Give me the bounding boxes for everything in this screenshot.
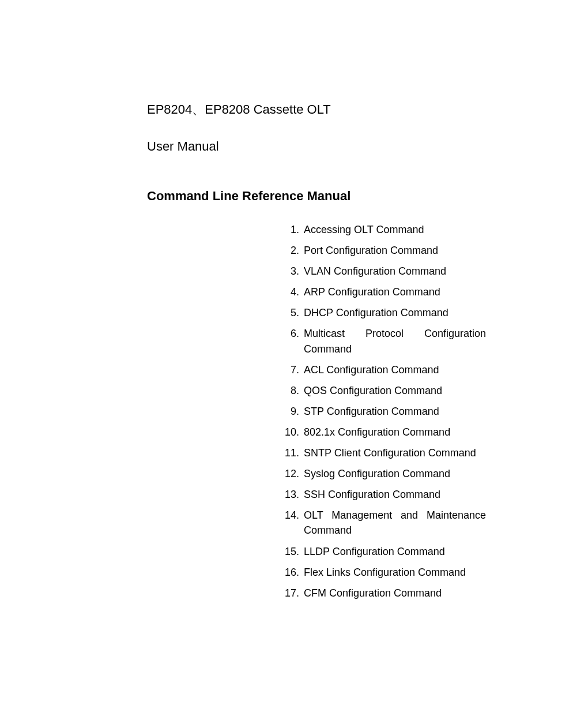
section-heading: Command Line Reference Manual <box>147 189 490 204</box>
toc-number: 12. <box>284 466 304 481</box>
toc-number: 17. <box>284 586 304 601</box>
document-title-line-2: User Manual <box>147 139 490 154</box>
toc-text: LLDP Configuration Command <box>304 544 445 559</box>
toc-number: 3. <box>284 264 304 279</box>
toc-number: 6. <box>284 326 304 356</box>
toc-item: 10. 802.1x Configuration Command <box>284 425 486 440</box>
toc-text: Syslog Configuration Command <box>304 466 450 481</box>
toc-number: 1. <box>284 222 304 237</box>
toc-number: 14. <box>284 508 304 538</box>
toc-text: Multicast Protocol Configuration Command <box>304 326 486 356</box>
toc-text: Accessing OLT Command <box>304 222 424 237</box>
toc-number: 10. <box>284 425 304 440</box>
document-title-line-1: EP8204、EP8208 Cassette OLT <box>147 101 490 118</box>
toc-text: OLT Management and Maintenance Command <box>304 508 486 538</box>
toc-item: 7. ACL Configuration Command <box>284 362 486 377</box>
toc-text: Port Configuration Command <box>304 243 438 258</box>
toc-item: 15. LLDP Configuration Command <box>284 544 486 559</box>
table-of-contents: 1. Accessing OLT Command 2. Port Configu… <box>284 222 486 601</box>
toc-text: QOS Configuration Command <box>304 383 442 398</box>
toc-text: SNTP Client Configuration Command <box>304 445 476 460</box>
toc-number: 5. <box>284 305 304 320</box>
toc-number: 13. <box>284 487 304 502</box>
toc-text: Flex Links Configuration Command <box>304 565 466 580</box>
toc-item: 17. CFM Configuration Command <box>284 586 486 601</box>
toc-item: 1. Accessing OLT Command <box>284 222 486 237</box>
toc-number: 7. <box>284 362 304 377</box>
toc-number: 4. <box>284 284 304 299</box>
toc-item: 12. Syslog Configuration Command <box>284 466 486 481</box>
toc-item: 16. Flex Links Configuration Command <box>284 565 486 580</box>
toc-text: 802.1x Configuration Command <box>304 425 450 440</box>
toc-item: 9. STP Configuration Command <box>284 404 486 419</box>
toc-item: 4. ARP Configuration Command <box>284 284 486 299</box>
toc-text: DHCP Configuration Command <box>304 305 448 320</box>
toc-text: ARP Configuration Command <box>304 284 440 299</box>
toc-text: STP Configuration Command <box>304 404 439 419</box>
toc-text: CFM Configuration Command <box>304 586 442 601</box>
toc-number: 8. <box>284 383 304 398</box>
toc-text: SSH Configuration Command <box>304 487 440 502</box>
toc-item: 14. OLT Management and Maintenance Comma… <box>284 508 486 538</box>
toc-item: 11. SNTP Client Configuration Command <box>284 445 486 460</box>
toc-number: 2. <box>284 243 304 258</box>
toc-item: 6. Multicast Protocol Configuration Comm… <box>284 326 486 356</box>
toc-number: 15. <box>284 544 304 559</box>
toc-text: ACL Configuration Command <box>304 362 439 377</box>
toc-number: 16. <box>284 565 304 580</box>
toc-item: 5. DHCP Configuration Command <box>284 305 486 320</box>
toc-number: 11. <box>284 445 304 460</box>
toc-item: 3. VLAN Configuration Command <box>284 264 486 279</box>
toc-item: 2. Port Configuration Command <box>284 243 486 258</box>
toc-item: 8. QOS Configuration Command <box>284 383 486 398</box>
toc-number: 9. <box>284 404 304 419</box>
toc-text: VLAN Configuration Command <box>304 264 446 279</box>
toc-item: 13. SSH Configuration Command <box>284 487 486 502</box>
